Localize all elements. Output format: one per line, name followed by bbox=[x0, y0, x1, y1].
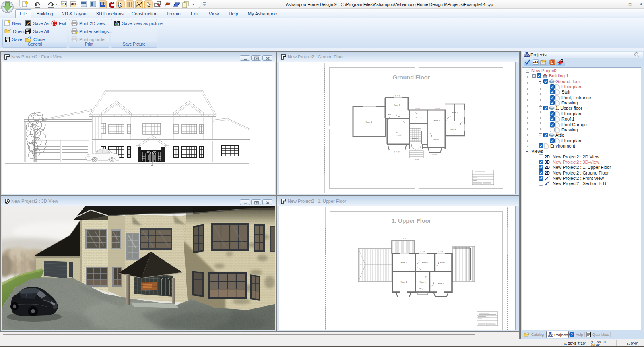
svg-text:[9x-9x8]": [9x-9x8]" bbox=[395, 95, 400, 97]
svg-text:[9x-9x8]": [9x-9x8]" bbox=[432, 154, 438, 155]
svg-text:Room 6: Room 6 bbox=[438, 283, 444, 285]
svg-text:Room 5: Room 5 bbox=[420, 281, 426, 283]
svg-text:2'-3 7/8": 2'-3 7/8" bbox=[438, 251, 444, 253]
svg-text:2D: 2D bbox=[62, 2, 66, 6]
svg-text:5x-6x8: 5x-6x8 bbox=[415, 159, 419, 160]
svg-text:[9x-9x8]": [9x-9x8]" bbox=[394, 151, 400, 153]
svg-text:1 x 8: 1 x 8 bbox=[403, 238, 406, 240]
svg-text:abl: abl bbox=[533, 60, 538, 64]
svg-text:[9x-9x8]": [9x-9x8]" bbox=[435, 108, 441, 109]
svg-text:Room 4: Room 4 bbox=[401, 281, 407, 283]
svg-text:3D: 3D bbox=[71, 2, 76, 6]
svg-text:Room 3: Room 3 bbox=[440, 262, 446, 264]
svg-text:Room 4: Room 4 bbox=[450, 128, 456, 130]
svg-text:Ground Floor: Ground Floor bbox=[393, 74, 430, 81]
svg-text:Room 2: Room 2 bbox=[422, 262, 428, 264]
svg-text:Room 6: Room 6 bbox=[434, 119, 440, 121]
svg-text:?: ? bbox=[571, 332, 573, 337]
svg-text:Room 1: Room 1 bbox=[401, 262, 407, 264]
svg-text:1. Upper Floor: 1. Upper Floor bbox=[392, 218, 431, 224]
svg-text:Room 2: Room 2 bbox=[416, 117, 422, 119]
svg-text:[9x-9x8]": [9x-9x8]" bbox=[415, 108, 421, 109]
svg-text:2'-3 7/8": 2'-3 7/8" bbox=[420, 251, 426, 253]
svg-text:Room 8: Room 8 bbox=[433, 138, 439, 140]
svg-text:Room 9: Room 9 bbox=[394, 104, 400, 106]
svg-text:Room 7: Room 7 bbox=[452, 112, 458, 114]
svg-text:Room 5: Room 5 bbox=[412, 137, 418, 139]
svg-text:77.2 m²: 77.2 m² bbox=[396, 134, 402, 136]
svg-text:Rm: Rm bbox=[388, 114, 391, 116]
svg-text:Room 1: Room 1 bbox=[366, 121, 372, 123]
svg-text:Room: Room bbox=[396, 132, 401, 134]
